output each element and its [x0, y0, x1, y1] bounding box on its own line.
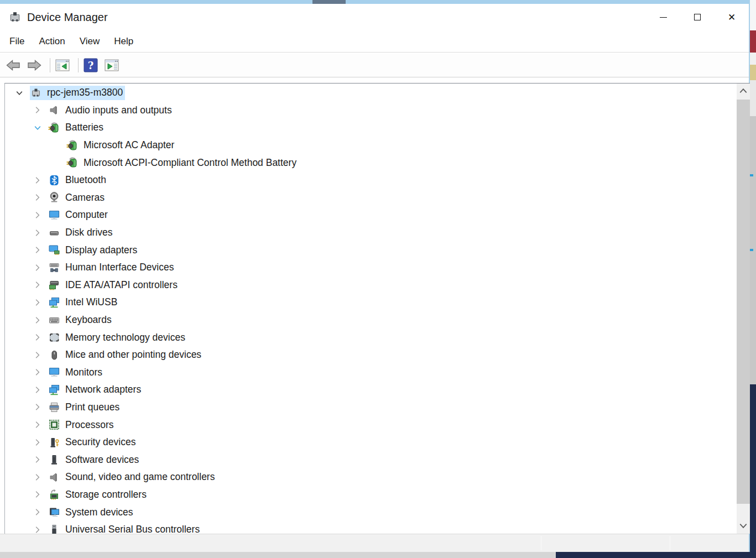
tree-item[interactable]: Bluetooth: [6, 171, 737, 189]
tree-item-content[interactable]: Universal Serial Bus controllers: [48, 523, 202, 534]
minimize-button[interactable]: [646, 4, 680, 30]
chevron-right-icon[interactable]: [32, 227, 44, 238]
tree-item[interactable]: Keyboards: [6, 311, 737, 329]
tree-item[interactable]: Monitors: [6, 364, 737, 382]
tree-item-content[interactable]: Intel WiUSB: [48, 295, 119, 310]
tree-item-content[interactable]: Microsoft AC Adapter: [66, 138, 176, 153]
tree-item[interactable]: Print queues: [6, 399, 737, 416]
tree-item-content[interactable]: Computer: [48, 208, 110, 222]
chevron-right-icon[interactable]: [32, 279, 44, 290]
tree-item-selected[interactable]: rpc-jem35-m3800: [30, 86, 125, 100]
tree-item-label: Universal Serial Bus controllers: [65, 524, 200, 534]
menu-view[interactable]: View: [80, 36, 100, 47]
chevron-down-icon[interactable]: [32, 122, 44, 133]
show-action-pane-button[interactable]: [103, 56, 121, 74]
vertical-scrollbar[interactable]: [737, 84, 750, 534]
scrollbar-thumb[interactable]: [737, 100, 750, 504]
tree-item[interactable]: Mice and other pointing devices: [6, 346, 737, 364]
tree-item[interactable]: IDE ATA/ATAPI controllers: [6, 277, 737, 294]
chevron-right-icon[interactable]: [32, 401, 44, 413]
tree-item-content[interactable]: Software devices: [48, 452, 141, 467]
chevron-right-icon[interactable]: [32, 454, 44, 465]
chevron-right-icon[interactable]: [32, 524, 44, 534]
menu-file[interactable]: File: [9, 36, 24, 47]
tree-item-content[interactable]: Disk drives: [48, 226, 115, 240]
tree-item-content[interactable]: Print queues: [48, 400, 122, 414]
tree-item[interactable]: Security devices: [6, 434, 737, 451]
computer-icon: [48, 209, 60, 221]
chevron-right-icon[interactable]: [32, 192, 44, 203]
chevron-right-icon[interactable]: [32, 367, 44, 378]
tree-item-content[interactable]: Storage controllers: [48, 487, 149, 502]
help-button[interactable]: ?: [82, 56, 100, 74]
menu-help[interactable]: Help: [114, 36, 133, 47]
chevron-right-icon[interactable]: [32, 105, 44, 116]
tree-item-content[interactable]: Sound, video and game controllers: [48, 470, 217, 484]
tree-item[interactable]: Microsoft AC Adapter: [6, 137, 737, 154]
tree-item-content[interactable]: Keyboards: [48, 313, 114, 327]
chevron-right-icon[interactable]: [32, 332, 44, 343]
tree-item-label: Microsoft ACPI-Compliant Control Method …: [84, 157, 296, 169]
menu-action[interactable]: Action: [39, 36, 65, 47]
tree-item-content[interactable]: Display adapters: [48, 243, 139, 257]
tree-item-content[interactable]: Mice and other pointing devices: [48, 348, 204, 362]
tree-item-content[interactable]: IDE ATA/ATAPI controllers: [48, 278, 180, 292]
chevron-right-icon[interactable]: [32, 419, 44, 430]
tree-item[interactable]: Processors: [6, 416, 737, 434]
chevron-right-icon[interactable]: [32, 210, 44, 221]
tree-item-content[interactable]: Bluetooth: [48, 173, 108, 187]
close-button[interactable]: ✕: [715, 4, 749, 30]
tree-item-content[interactable]: System devices: [48, 505, 135, 519]
tree-item[interactable]: Batteries: [6, 119, 737, 137]
tree-item[interactable]: Audio inputs and outputs: [6, 102, 737, 119]
maximize-button[interactable]: [680, 4, 715, 30]
maximize-icon: [694, 14, 701, 20]
chevron-right-icon[interactable]: [32, 437, 44, 448]
chevron-right-icon[interactable]: [32, 472, 44, 483]
tree-item-content[interactable]: Audio inputs and outputs: [48, 103, 174, 117]
tree-item-content[interactable]: Network adapters: [48, 383, 143, 397]
chevron-right-icon[interactable]: [32, 489, 44, 500]
tree-item[interactable]: Sound, video and game controllers: [6, 468, 737, 486]
tree-item-label: Processors: [65, 419, 114, 431]
show-console-tree-button[interactable]: [54, 56, 71, 74]
window-title: Device Manager: [27, 11, 108, 24]
chevron-right-icon[interactable]: [32, 297, 44, 308]
tree-item[interactable]: Computer: [6, 206, 737, 224]
tree-item[interactable]: Display adapters: [6, 241, 737, 259]
tree-item[interactable]: Memory technology devices: [6, 328, 737, 346]
tree-item-content[interactable]: Security devices: [48, 435, 138, 450]
back-arrow-button[interactable]: [4, 56, 22, 74]
tree-item-content[interactable]: Processors: [48, 418, 116, 432]
tree-item-content[interactable]: Human Interface Devices: [48, 260, 176, 275]
chevron-right-icon[interactable]: [32, 350, 44, 361]
tree-item[interactable]: Software devices: [6, 451, 737, 468]
tree-item[interactable]: rpc-jem35-m3800: [6, 84, 737, 102]
chevron-down-icon[interactable]: [13, 87, 25, 98]
scroll-down-button[interactable]: [737, 518, 750, 533]
chevron-right-icon[interactable]: [32, 507, 44, 518]
tree-item-content[interactable]: Cameras: [48, 190, 107, 205]
forward-arrow-button[interactable]: [25, 56, 43, 74]
tree-item[interactable]: Network adapters: [6, 381, 737, 399]
tree-item-content[interactable]: Memory technology devices: [48, 330, 187, 345]
sliver-segment: [750, 80, 756, 116]
chevron-right-icon[interactable]: [32, 384, 44, 395]
svg-text:?: ?: [88, 60, 94, 71]
tree-item-content[interactable]: Microsoft ACPI-Compliant Control Method …: [66, 155, 299, 170]
tree-item-content[interactable]: Monitors: [48, 365, 105, 379]
tree-item[interactable]: Cameras: [6, 189, 737, 207]
tree-item[interactable]: System devices: [6, 503, 737, 521]
tree-item[interactable]: Disk drives: [6, 224, 737, 242]
chevron-right-icon[interactable]: [32, 175, 44, 186]
tree-item[interactable]: Storage controllers: [6, 486, 737, 504]
chevron-right-icon[interactable]: [32, 244, 44, 255]
chevron-right-icon[interactable]: [32, 262, 44, 273]
scroll-up-button[interactable]: [737, 84, 750, 98]
tree-item-content[interactable]: Batteries: [48, 121, 106, 135]
tree-item[interactable]: Microsoft ACPI-Compliant Control Method …: [6, 154, 737, 171]
chevron-right-icon[interactable]: [32, 315, 44, 326]
tree-item[interactable]: Human Interface Devices: [6, 259, 737, 277]
tree-item[interactable]: Universal Serial Bus controllers: [6, 521, 737, 534]
tree-item[interactable]: Intel WiUSB: [6, 294, 737, 311]
